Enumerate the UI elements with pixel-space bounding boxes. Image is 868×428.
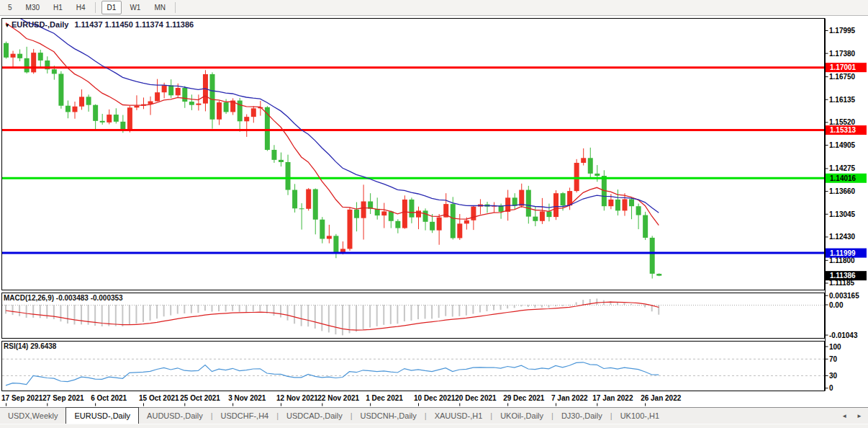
tab-usdchf-h4[interactable]: USDCHF-,H4 — [213, 408, 277, 424]
tab-usdcnh-daily[interactable]: USDCNH-,Daily — [353, 408, 425, 424]
date-label: 22 Nov 2021 — [317, 394, 359, 402]
date-label: 27 Sep 2021 — [42, 394, 84, 402]
date-label: 15 Oct 2021 — [139, 394, 179, 402]
svg-text:0.003165: 0.003165 — [829, 292, 859, 300]
svg-text:1.17995: 1.17995 — [829, 27, 856, 35]
tab-eurusd-daily[interactable]: EURUSD-,Daily — [65, 407, 139, 424]
rsi-panel-label: RSI(14) 29.6438 — [4, 342, 56, 350]
timeframe-button-5[interactable]: 5 — [2, 1, 18, 14]
svg-text:1.13660: 1.13660 — [829, 187, 856, 195]
timeframe-button-m30[interactable]: M30 — [20, 1, 45, 14]
chart-ohlc-values: 1.11437 1.11450 1.11374 1.11386 — [74, 20, 194, 29]
rsi-value: 29.6438 — [30, 342, 56, 350]
svg-text:1.17001: 1.17001 — [830, 63, 856, 71]
svg-text:1.14905: 1.14905 — [829, 141, 856, 149]
date-label: 7 Jan 2022 — [551, 394, 588, 402]
svg-text:-0.01043: -0.01043 — [829, 331, 858, 339]
date-label: 29 Dec 2021 — [503, 394, 545, 402]
date-label: 3 Nov 2021 — [228, 394, 266, 402]
date-label: 25 Oct 2021 — [180, 394, 220, 402]
svg-text:1.13045: 1.13045 — [829, 210, 856, 218]
svg-text:1.11999: 1.11999 — [830, 249, 856, 257]
tab-ukoil-daily[interactable]: UKOil-,Daily — [492, 408, 551, 424]
svg-text:1.17380: 1.17380 — [829, 50, 856, 58]
svg-text:1.11386: 1.11386 — [830, 272, 856, 280]
svg-text:1.15520: 1.15520 — [829, 118, 856, 126]
timeframe-toolbar: 5M30H1H4D1W1MN — [0, 0, 868, 16]
rsi-name: RSI(14) — [4, 342, 28, 350]
tab-scroll-right-icon[interactable]: ► — [856, 413, 862, 419]
svg-text:1.12430: 1.12430 — [829, 233, 856, 241]
tab-dj30-daily[interactable]: DJ30-,Daily — [553, 408, 610, 424]
svg-text:1.15313: 1.15313 — [830, 126, 856, 134]
toolbar-separator — [175, 2, 176, 13]
macd-values: -0.003483 -0.000353 — [56, 294, 123, 302]
date-label: 26 Jan 2022 — [641, 394, 682, 402]
tab-uk100-h1[interactable]: UK100-,H1 — [612, 408, 667, 424]
chart-tabbar: USDX,WeeklyEURUSD-,DailyAUDUSD-,Daily|US… — [0, 407, 868, 424]
svg-text:100: 100 — [829, 343, 841, 351]
symbol-marker-icon: ▼ — [4, 22, 10, 29]
macd-panel-label: MACD(12,26,9) -0.003483 -0.000353 — [4, 294, 123, 302]
svg-text:30: 30 — [829, 372, 838, 380]
date-label: 17 Jan 2022 — [592, 394, 633, 402]
mt4-window: 1.179951.173801.167501.161351.155201.149… — [0, 0, 868, 428]
price-chart-canvas[interactable]: 1.179951.173801.167501.161351.155201.149… — [0, 0, 868, 428]
macd-name: MACD(12,26,9) — [4, 294, 54, 302]
svg-text:1.14275: 1.14275 — [829, 164, 856, 172]
timeframe-button-d1[interactable]: D1 — [101, 1, 122, 14]
tab-xauusd-h1[interactable]: XAUUSD-,H1 — [427, 408, 491, 424]
date-label: 10 Dec 2021 — [414, 394, 456, 402]
svg-text:70: 70 — [829, 355, 838, 363]
timeframe-button-h4[interactable]: H4 — [71, 1, 91, 14]
tab-scroll-left-icon[interactable]: ◄ — [841, 413, 847, 419]
svg-text:1.16750: 1.16750 — [829, 73, 856, 81]
date-label: 12 Nov 2021 — [276, 394, 318, 402]
svg-text:0: 0 — [829, 384, 833, 392]
chart-symbol-label: EURUSD-,Daily — [12, 20, 68, 29]
tab-audusd-daily[interactable]: AUDUSD-,Daily — [139, 408, 211, 424]
tab-usdcad-daily[interactable]: USDCAD-,Daily — [279, 408, 351, 424]
toolbar-separator — [95, 2, 96, 13]
svg-text:0.00: 0.00 — [829, 301, 844, 309]
tab-usdx-weekly[interactable]: USDX,Weekly — [0, 408, 65, 424]
status-strip — [0, 424, 868, 428]
svg-text:1.16135: 1.16135 — [829, 96, 856, 104]
timeframe-button-h1[interactable]: H1 — [48, 1, 68, 14]
date-label: 6 Oct 2021 — [91, 394, 127, 402]
date-label: 1 Dec 2021 — [366, 394, 403, 402]
chart-title: ▼EURUSD-,Daily1.11437 1.11450 1.11374 1.… — [4, 20, 194, 29]
date-label: 17 Sep 2021 — [1, 394, 43, 402]
svg-text:1.14016: 1.14016 — [830, 174, 856, 182]
timeframe-button-mn[interactable]: MN — [148, 1, 171, 14]
timeframe-button-w1[interactable]: W1 — [124, 1, 146, 14]
date-label: 20 Dec 2021 — [455, 394, 497, 402]
